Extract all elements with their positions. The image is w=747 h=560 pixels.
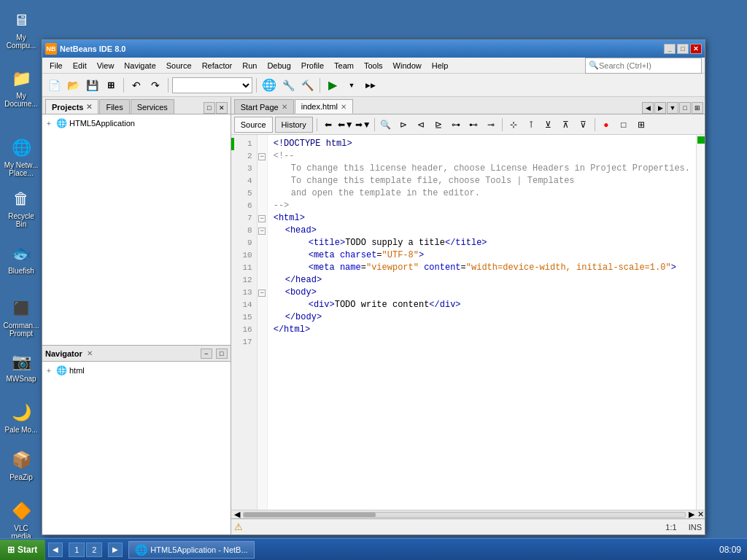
taskbar-nav-next[interactable]: ▶ (108, 542, 123, 557)
editor-toolbar: Source History ⬅ ⬅▼ ➡▼ 🔍 ⊳ ⊲ ⊵ ⊶ ⊷ ⊸ ⊹ (231, 114, 705, 135)
desktop-icon-peazip[interactable]: 📦 PeaZip (2, 447, 40, 483)
menu-tools[interactable]: Tools (360, 60, 387, 71)
et-stop[interactable]: ● (598, 117, 614, 133)
start-button[interactable]: ⊞ Start (0, 540, 45, 560)
navigator-restore[interactable]: □ (216, 349, 228, 359)
desktop-icon-recycle[interactable]: 🗑 RecycleBin (2, 186, 40, 230)
menu-window[interactable]: Window (389, 60, 426, 71)
view-tab-source[interactable]: Source (234, 117, 273, 133)
et-forward2-btn[interactable]: ➡▼ (355, 117, 371, 133)
et-breakpoint2[interactable]: ⊷ (465, 117, 481, 133)
fold-8[interactable]: − (258, 225, 267, 237)
search-input[interactable] (599, 61, 686, 70)
menu-navigate[interactable]: Navigate (120, 60, 160, 71)
close-button[interactable]: ✕ (690, 44, 702, 54)
scrollbar-thumb[interactable] (244, 513, 376, 517)
et-diff4[interactable]: ⊼ (558, 117, 574, 133)
panel-restore-button[interactable]: □ (204, 102, 215, 114)
navigator-title: Navigator (45, 349, 82, 358)
et-square[interactable]: □ (616, 117, 632, 133)
editor-tab-startpage-close[interactable]: ✕ (282, 103, 287, 111)
taskbar-nav-prev[interactable]: ◀ (48, 542, 63, 557)
et-diff2[interactable]: ⊺ (523, 117, 539, 133)
h-scrollbar[interactable]: ◀ ▶ ✕ (231, 510, 705, 518)
navigator-tab-close[interactable]: ✕ (87, 349, 93, 357)
navigator-minimize[interactable]: − (201, 349, 212, 359)
chrome-button[interactable]: 🌐 (260, 77, 278, 94)
et-bookmark2[interactable]: ⊲ (413, 117, 429, 133)
save-all-button[interactable]: ⊞ (102, 77, 120, 94)
editor-maximize[interactable]: ⊞ (692, 102, 703, 114)
desktop-icon-my-computer[interactable]: 🖥 MyCompu... (2, 7, 40, 51)
desktop-icon-network[interactable]: 🌐 My Netw...Place... (2, 135, 40, 179)
page-btn-2[interactable]: 2 (86, 542, 102, 557)
tree-expand-icon[interactable]: + (47, 120, 54, 128)
et-forward-btn[interactable]: ⬅▼ (338, 117, 354, 133)
desktop-icon-mwsnap[interactable]: 📷 MWSnap (2, 349, 40, 384)
menu-debug[interactable]: Debug (263, 60, 295, 71)
scrollbar-track[interactable] (243, 512, 686, 518)
redo-button[interactable]: ↷ (147, 77, 164, 94)
tools-button[interactable]: 🔧 (279, 77, 297, 94)
minimize-button[interactable]: _ (664, 44, 676, 54)
code-token: content (424, 262, 460, 274)
view-tab-history[interactable]: History (275, 117, 313, 133)
fold-2[interactable]: − (258, 150, 267, 163)
menu-source[interactable]: Source (162, 60, 196, 71)
et-bookmark1[interactable]: ⊳ (395, 117, 411, 133)
taskbar-item-netbeans[interactable]: 🌐 HTML5Application - NetB... (128, 541, 254, 559)
open-project-button[interactable]: 📂 (64, 77, 82, 94)
menu-refactor[interactable]: Refactor (198, 60, 237, 71)
page-btn-1[interactable]: 1 (69, 542, 85, 557)
build-button[interactable]: 🔨 (298, 77, 316, 94)
et-diff5[interactable]: ⊽ (576, 117, 592, 133)
new-project-button[interactable]: 📄 (45, 77, 63, 94)
tab-projects-close[interactable]: ✕ (86, 103, 92, 111)
et-diff1[interactable]: ⊹ (506, 117, 522, 133)
desktop-icon-my-documents[interactable]: 📁 MyDocume... (2, 66, 40, 109)
config-dropdown[interactable] (172, 77, 252, 93)
desktop-icon-bluefish[interactable]: 🐟 Bluefish (2, 241, 40, 276)
et-diff3[interactable]: ⊻ (541, 117, 557, 133)
editor-restore[interactable]: □ (679, 102, 691, 114)
tab-files[interactable]: Files (99, 99, 129, 114)
menu-help[interactable]: Help (427, 60, 453, 71)
run-button[interactable]: ▶ (324, 77, 341, 94)
save-button[interactable]: 💾 (83, 77, 101, 94)
et-breakpoint1[interactable]: ⊶ (448, 117, 464, 133)
et-task[interactable]: ⊸ (483, 117, 499, 133)
nav-tree-item[interactable]: + 🌐 html (45, 365, 228, 376)
panel-close-button[interactable]: ✕ (216, 102, 228, 114)
menu-run[interactable]: Run (238, 60, 261, 71)
tab-projects[interactable]: Projects ✕ (45, 99, 98, 114)
fold-13[interactable]: − (258, 287, 267, 299)
editor-scroll-left[interactable]: ◀ (642, 102, 654, 114)
et-bookmark3[interactable]: ⊵ (430, 117, 446, 133)
menu-file[interactable]: File (45, 60, 67, 71)
editor-tab-startpage[interactable]: Start Page ✕ (234, 99, 294, 114)
desktop-icon-palemoon[interactable]: 🌙 Pale Mo... (2, 400, 40, 435)
et-back-btn[interactable]: ⬅ (320, 117, 336, 133)
menu-team[interactable]: Team (330, 60, 358, 71)
fold-7[interactable]: − (258, 212, 267, 225)
undo-button[interactable]: ↶ (128, 77, 145, 94)
et-zoom-out[interactable]: 🔍 (378, 117, 394, 133)
project-tree-item[interactable]: + 🌐 HTML5Application (45, 117, 228, 129)
editor-dropdown[interactable]: ▼ (667, 102, 678, 114)
code-line-11: <meta name="viewport" content="width=dev… (274, 262, 690, 274)
tab-services[interactable]: Services (131, 99, 174, 114)
et-expand[interactable]: ⊞ (633, 117, 649, 133)
ln-7: 7 (231, 212, 257, 225)
nav-expand-icon[interactable]: + (47, 367, 54, 375)
menu-profile[interactable]: Profile (297, 60, 328, 71)
run-dropdown[interactable]: ▼ (343, 77, 360, 94)
menu-view[interactable]: View (93, 60, 119, 71)
restore-button[interactable]: □ (677, 44, 689, 54)
editor-tab-indexhtml[interactable]: index.html ✕ (295, 99, 353, 114)
more-button[interactable]: ▶▶ (362, 77, 379, 94)
editor-tab-indexhtml-close[interactable]: ✕ (341, 103, 347, 111)
menu-edit[interactable]: Edit (69, 60, 91, 71)
desktop-icon-command-prompt[interactable]: ⬛ Comman...Prompt (2, 295, 40, 339)
editor-scroll-right[interactable]: ▶ (654, 102, 666, 114)
code-content[interactable]: <!DOCTYPE html> <!-- To change this lice… (268, 135, 696, 510)
